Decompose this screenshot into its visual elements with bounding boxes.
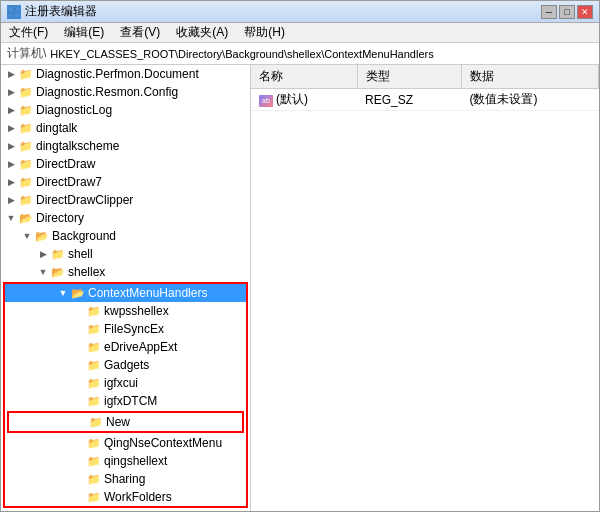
tree-item-shellex[interactable]: ▼ 📂 shellex bbox=[1, 263, 250, 281]
menu-edit[interactable]: 编辑(E) bbox=[56, 22, 112, 43]
expand-directory[interactable]: ▼ bbox=[5, 212, 17, 224]
title-bar: 注册表编辑器 ─ □ ✕ bbox=[1, 1, 599, 23]
menu-file[interactable]: 文件(F) bbox=[1, 22, 56, 43]
tree-item-gadgets[interactable]: ▶ 📁 Gadgets bbox=[5, 356, 246, 374]
folder-icon-filesyncex: 📁 bbox=[87, 323, 101, 335]
tree-item-contextmenuhandlers[interactable]: ▼ 📂 ContextMenuHandlers bbox=[5, 284, 246, 302]
tree-item-directdrawclipper[interactable]: ▶ 📁 DirectDrawClipper bbox=[1, 191, 250, 209]
expand-diag1[interactable]: ▶ bbox=[5, 68, 17, 80]
col-name: 名称 bbox=[251, 65, 357, 89]
tree-item-new[interactable]: ▶ 📁 New bbox=[9, 413, 242, 431]
tree-item-igfxcui[interactable]: ▶ 📁 igfxcui bbox=[5, 374, 246, 392]
tree-item-dragdrophandlers[interactable]: ▶ 📁 DragDropHandlers bbox=[1, 509, 250, 511]
tree-item-filesyncex[interactable]: ▶ 📁 FileSyncEx bbox=[5, 320, 246, 338]
maximize-button[interactable]: □ bbox=[559, 5, 575, 19]
tree-label-workfolders: WorkFolders bbox=[104, 490, 172, 504]
tree-item-dingtalkscheme[interactable]: ▶ 📁 dingtalkscheme bbox=[1, 137, 250, 155]
minimize-button[interactable]: ─ bbox=[541, 5, 557, 19]
svg-rect-1 bbox=[15, 6, 20, 11]
tree-item-diag1[interactable]: ▶ 📁 Diagnostic.Perfmon.Document bbox=[1, 65, 250, 83]
menu-favorites[interactable]: 收藏夹(A) bbox=[168, 22, 236, 43]
tree-label-directory: Directory bbox=[36, 211, 84, 225]
registry-editor-window: 注册表编辑器 ─ □ ✕ 文件(F) 编辑(E) 查看(V) 收藏夹(A) 帮助… bbox=[0, 0, 600, 512]
tree-item-diag3[interactable]: ▶ 📁 DiagnosticLog bbox=[1, 101, 250, 119]
folder-icon-dingtalkscheme: 📁 bbox=[19, 140, 33, 152]
expand-contextmenuhandlers[interactable]: ▼ bbox=[57, 287, 69, 299]
tree-item-kwpsshellex[interactable]: ▶ 📁 kwpsshellex bbox=[5, 302, 246, 320]
tree-item-background[interactable]: ▼ 📂 Background bbox=[1, 227, 250, 245]
window-title: 注册表编辑器 bbox=[25, 3, 541, 20]
detail-panel: 名称 类型 数据 ab(默认) REG_SZ (数值未设置) bbox=[251, 65, 599, 511]
tree-label-eDriveAppExt: eDriveAppExt bbox=[104, 340, 177, 354]
expand-directdraw7[interactable]: ▶ bbox=[5, 176, 17, 188]
folder-icon-new: 📁 bbox=[89, 416, 103, 428]
tree-label-igfxDTCM: igfxDTCM bbox=[104, 394, 157, 408]
expand-shell[interactable]: ▶ bbox=[37, 248, 49, 260]
tree-item-dingtalk[interactable]: ▶ 📁 dingtalk bbox=[1, 119, 250, 137]
tree-label-dingtalk: dingtalk bbox=[36, 121, 77, 135]
expand-diag3[interactable]: ▶ bbox=[5, 104, 17, 116]
tree-label-kwpsshellex: kwpsshellex bbox=[104, 304, 169, 318]
folder-icon-qingshellext: 📁 bbox=[87, 455, 101, 467]
tree-label-dingtalkscheme: dingtalkscheme bbox=[36, 139, 119, 153]
folder-icon-diag2: 📁 bbox=[19, 86, 33, 98]
tree-label-sharing: Sharing bbox=[104, 472, 145, 486]
tree-item-shell[interactable]: ▶ 📁 shell bbox=[1, 245, 250, 263]
expand-directdraw[interactable]: ▶ bbox=[5, 158, 17, 170]
folder-icon-background: 📂 bbox=[35, 230, 49, 242]
folder-icon-shellex: 📂 bbox=[51, 266, 65, 278]
window-icon bbox=[7, 5, 21, 19]
svg-rect-3 bbox=[14, 13, 20, 18]
folder-icon-gadgets: 📁 bbox=[87, 359, 101, 371]
tree-label-diag3: DiagnosticLog bbox=[36, 103, 112, 117]
address-prefix: 计算机\ bbox=[7, 45, 46, 62]
folder-icon-sharing: 📁 bbox=[87, 473, 101, 485]
expand-directdrawclipper[interactable]: ▶ bbox=[5, 194, 17, 206]
folder-icon-directdraw7: 📁 bbox=[19, 176, 33, 188]
tree-item-workfolders[interactable]: ▶ 📁 WorkFolders bbox=[5, 488, 246, 506]
tree-label-background: Background bbox=[52, 229, 116, 243]
tree-label-contextmenuhandlers: ContextMenuHandlers bbox=[88, 286, 207, 300]
tree-label-directdraw7: DirectDraw7 bbox=[36, 175, 102, 189]
expand-dingtalkscheme[interactable]: ▶ bbox=[5, 140, 17, 152]
expand-background[interactable]: ▼ bbox=[21, 230, 33, 242]
tree-label-shell: shell bbox=[68, 247, 93, 261]
folder-icon-directdraw: 📁 bbox=[19, 158, 33, 170]
tree-item-eDriveAppExt[interactable]: ▶ 📁 eDriveAppExt bbox=[5, 338, 246, 356]
folder-icon-diag3: 📁 bbox=[19, 104, 33, 116]
tree-item-sharing[interactable]: ▶ 📁 Sharing bbox=[5, 470, 246, 488]
folder-icon-shell: 📁 bbox=[51, 248, 65, 260]
expand-shellex[interactable]: ▼ bbox=[37, 266, 49, 278]
tree-item-directdraw7[interactable]: ▶ 📁 DirectDraw7 bbox=[1, 173, 250, 191]
folder-icon-eDriveAppExt: 📁 bbox=[87, 341, 101, 353]
tree-item-igfxDTCM[interactable]: ▶ 📁 igfxDTCM bbox=[5, 392, 246, 410]
folder-icon-qingnsecontextmenu: 📁 bbox=[87, 437, 101, 449]
svg-rect-0 bbox=[8, 6, 14, 12]
tree-item-diag2[interactable]: ▶ 📁 Diagnostic.Resmon.Config bbox=[1, 83, 250, 101]
window-controls: ─ □ ✕ bbox=[541, 5, 593, 19]
cell-type: REG_SZ bbox=[357, 89, 461, 111]
tree-label-qingnsecontextmenu: QingNseContextMenu bbox=[104, 436, 222, 450]
tree-item-qingshellext[interactable]: ▶ 📁 qingshellext bbox=[5, 452, 246, 470]
menu-view[interactable]: 查看(V) bbox=[112, 22, 168, 43]
folder-icon-igfxDTCM: 📁 bbox=[87, 395, 101, 407]
close-button[interactable]: ✕ bbox=[577, 5, 593, 19]
table-row[interactable]: ab(默认) REG_SZ (数值未设置) bbox=[251, 89, 599, 111]
tree-panel: ▶ 📁 Diagnostic.Perfmon.Document ▶ 📁 Diag… bbox=[1, 65, 251, 511]
tree-label-shellex: shellex bbox=[68, 265, 105, 279]
folder-icon-directdrawclipper: 📁 bbox=[19, 194, 33, 206]
tree-item-directdraw[interactable]: ▶ 📁 DirectDraw bbox=[1, 155, 250, 173]
svg-rect-2 bbox=[8, 13, 13, 18]
menu-help[interactable]: 帮助(H) bbox=[236, 22, 293, 43]
cell-data: (数值未设置) bbox=[461, 89, 598, 111]
expand-dingtalk[interactable]: ▶ bbox=[5, 122, 17, 134]
tree-label-gadgets: Gadgets bbox=[104, 358, 149, 372]
new-item-highlight: ▶ 📁 New bbox=[7, 411, 244, 433]
tree-item-directory[interactable]: ▼ 📂 Directory bbox=[1, 209, 250, 227]
tree-item-qingnsecontextmenu[interactable]: ▶ 📁 QingNseContextMenu bbox=[5, 434, 246, 452]
main-content: ▶ 📁 Diagnostic.Perfmon.Document ▶ 📁 Diag… bbox=[1, 65, 599, 511]
folder-icon-workfolders: 📁 bbox=[87, 491, 101, 503]
expand-diag2[interactable]: ▶ bbox=[5, 86, 17, 98]
tree-label-directdrawclipper: DirectDrawClipper bbox=[36, 193, 133, 207]
detail-table: 名称 类型 数据 ab(默认) REG_SZ (数值未设置) bbox=[251, 65, 599, 111]
